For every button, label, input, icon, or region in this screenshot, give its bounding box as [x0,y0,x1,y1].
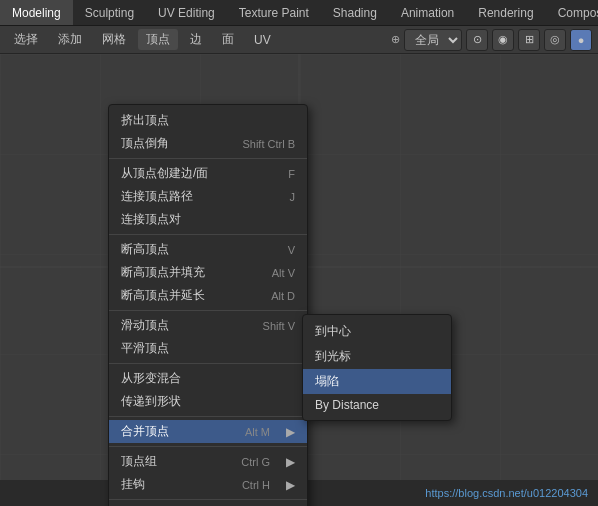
menu-separator-2 [109,234,307,235]
menu-item-vertex-groups[interactable]: 顶点组 Ctrl G ▶ [109,450,307,473]
menu-item-merge-vertices[interactable]: 合并顶点 Alt M ▶ [109,420,307,443]
menu-separator-7 [109,499,307,500]
submenu-merge: 到中心 到光标 塌陷 By Distance [302,314,452,421]
menu-separator-5 [109,416,307,417]
xray-icon-btn[interactable]: ◎ [544,29,566,51]
menu-separator-6 [109,446,307,447]
tab-animation[interactable]: Animation [389,0,466,25]
tab-compositing[interactable]: Compositing [546,0,598,25]
menu-separator-4 [109,363,307,364]
menu-separator-1 [109,158,307,159]
toolbar-mesh-btn[interactable]: 网格 [94,29,134,50]
submenu-arrow-vgroups: ▶ [286,455,295,469]
menu-item-rip-fill[interactable]: 断高顶点并填充 Alt V [109,261,307,284]
menu-item-blend-from-shape[interactable]: 从形变混合 [109,367,307,390]
menu-item-extrude-vertex[interactable]: 挤出顶点 [109,109,307,132]
tab-uv-editing[interactable]: UV Editing [146,0,227,25]
toolbar-select-btn[interactable]: 选择 [6,29,46,50]
menu-item-hook[interactable]: 挂钩 Ctrl H ▶ [109,473,307,496]
global-icon: ⊕ [391,33,400,46]
submenu-item-collapse[interactable]: 塌陷 [303,369,451,394]
menu-item-new-edge-face[interactable]: 从顶点创建边/面 F [109,162,307,185]
submenu-item-to-cursor[interactable]: 到光标 [303,344,451,369]
submenu-arrow-merge: ▶ [286,425,295,439]
menu-item-connect-vertex-path[interactable]: 连接顶点路径 J [109,185,307,208]
menu-item-propagate-to-shape[interactable]: 传递到形状 [109,390,307,413]
viewport: 挤出顶点 顶点倒角 Shift Ctrl B 从顶点创建边/面 F 连接顶点路径… [0,54,598,480]
toolbar-uv-btn[interactable]: UV [246,31,279,49]
context-menu: 挤出顶点 顶点倒角 Shift Ctrl B 从顶点创建边/面 F 连接顶点路径… [108,104,308,506]
toolbar-edge-btn[interactable]: 边 [182,29,210,50]
toolbar: 选择 添加 网格 顶点 边 面 UV ⊕ 全局 ⊙ ◉ ⊞ ◎ ● [0,26,598,54]
submenu-item-by-distance[interactable]: By Distance [303,394,451,416]
overlay-icon-btn[interactable]: ⊞ [518,29,540,51]
menu-item-slide-vertex[interactable]: 滑动顶点 Shift V [109,314,307,337]
tab-shading[interactable]: Shading [321,0,389,25]
submenu-item-to-center[interactable]: 到中心 [303,319,451,344]
menu-item-rip-extend[interactable]: 断高顶点并延长 Alt D [109,284,307,307]
menu-item-bevel-vertex[interactable]: 顶点倒角 Shift Ctrl B [109,132,307,155]
shading-icon-btn[interactable]: ● [570,29,592,51]
toolbar-face-btn[interactable]: 面 [214,29,242,50]
menu-item-connect-vertex-pair[interactable]: 连接顶点对 [109,208,307,231]
tab-sculpting[interactable]: Sculpting [73,0,146,25]
menu-separator-3 [109,310,307,311]
menu-item-smooth-vertex[interactable]: 平滑顶点 [109,337,307,360]
tab-modeling[interactable]: Modeling [0,0,73,25]
toolbar-right: ⊕ 全局 ⊙ ◉ ⊞ ◎ ● [391,29,592,51]
tab-texture-paint[interactable]: Texture Paint [227,0,321,25]
menu-item-rip[interactable]: 断高顶点 V [109,238,307,261]
status-url: https://blog.csdn.net/u012204304 [425,487,588,499]
proportional-icon-btn[interactable]: ◉ [492,29,514,51]
submenu-arrow-hook: ▶ [286,478,295,492]
toolbar-vertex-btn[interactable]: 顶点 [138,29,178,50]
tab-rendering[interactable]: Rendering [466,0,545,25]
magnet-icon-btn[interactable]: ⊙ [466,29,488,51]
global-dropdown[interactable]: 全局 [404,29,462,51]
tab-bar: Modeling Sculpting UV Editing Texture Pa… [0,0,598,26]
toolbar-add-btn[interactable]: 添加 [50,29,90,50]
